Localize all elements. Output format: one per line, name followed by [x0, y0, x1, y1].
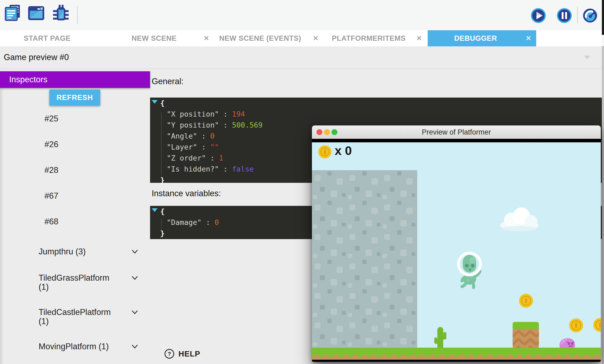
close-icon[interactable]: ✕ — [313, 30, 319, 46]
help-label: HELP — [178, 350, 200, 358]
toolbar-divider — [577, 7, 578, 23]
json-separator: : — [197, 143, 210, 151]
close-icon[interactable]: ✕ — [203, 30, 210, 46]
debugger-target-select[interactable]: Game preview #0 — [4, 46, 69, 68]
question-mark-icon: ? — [164, 348, 175, 359]
cloud — [498, 206, 541, 231]
castle-platform-block — [513, 322, 539, 348]
chevron-down-icon[interactable] — [131, 274, 139, 282]
json-separator: : — [219, 110, 232, 118]
json-separator: : — [202, 218, 215, 226]
preview-window-titlebar[interactable]: Preview of Platformer — [312, 125, 601, 139]
inspector-item-28[interactable]: #28 — [44, 165, 58, 175]
inspector-group-tiledcastleplatform[interactable]: TiledCastlePlatform (1) — [39, 308, 116, 326]
coin-hud-icon — [318, 145, 331, 158]
inspector-group-jumpthru[interactable]: Jumpthru (3) — [39, 247, 116, 256]
json-key: "Is hidden?" — [167, 165, 219, 173]
inspector-group-tiledgrassplatform[interactable]: TiledGrassPlatform (1) — [39, 273, 116, 292]
tab-debugger-label: DEBUGGER — [454, 30, 497, 46]
coin — [519, 294, 533, 308]
json-key: "Angle" — [167, 132, 197, 140]
general-heading: General: — [152, 77, 184, 86]
debugger-bug-icon[interactable] — [52, 4, 70, 22]
inspector-item-67[interactable]: #67 — [44, 191, 58, 201]
ground-zigzag — [312, 353, 601, 358]
coin — [569, 318, 583, 332]
tab-platformeritems[interactable]: PLATFORMERITEMS — [332, 30, 405, 46]
divider — [0, 68, 604, 69]
toolbar-divider — [77, 6, 78, 24]
json-separator: : — [206, 154, 219, 162]
json-key: "Y position" — [167, 121, 219, 129]
close-window-icon[interactable] — [316, 129, 322, 135]
inspector-item-26[interactable]: #26 — [44, 140, 58, 149]
chevron-down-icon[interactable] — [131, 342, 139, 351]
pause-icon[interactable] — [557, 8, 572, 23]
play-icon[interactable] — [531, 8, 546, 23]
chevron-down-icon[interactable] — [131, 247, 139, 256]
coin — [593, 318, 601, 332]
help-button[interactable]: ? HELP — [164, 348, 200, 359]
gdevelop-editor: START PAGE NEW SCENE ✕ NEW SCENE (EVENTS… — [0, 0, 604, 364]
tab-new-scene[interactable]: NEW SCENE — [132, 30, 177, 46]
cactus — [433, 327, 448, 350]
json-value: false — [232, 165, 254, 173]
chevron-down-icon[interactable] — [584, 56, 590, 59]
scrollbar-track[interactable] — [602, 46, 604, 364]
slime-enemy — [558, 337, 577, 348]
json-value: 0 — [210, 132, 215, 140]
close-icon[interactable]: ✕ — [525, 30, 532, 46]
instance-variables-heading: Instance variables: — [152, 189, 221, 198]
new-window-icon[interactable] — [28, 5, 44, 21]
json-key: "Z order" — [167, 154, 206, 162]
tiled-castle-wall — [312, 170, 417, 349]
json-key: "Damage" — [167, 218, 202, 226]
json-separator: : — [219, 121, 232, 129]
close-icon[interactable]: ✕ — [416, 30, 422, 46]
alien-player — [456, 251, 484, 289]
tab-debugger[interactable]: DEBUGGER ✕ — [428, 30, 536, 46]
preview-window-title: Preview of Platformer — [312, 125, 601, 139]
json-value: 0 — [215, 218, 219, 226]
inspector-group-movingplatform[interactable]: MovingPlatform (1) — [39, 342, 116, 351]
tab-new-scene-events[interactable]: NEW SCENE (EVENTS) — [219, 30, 301, 46]
zoom-window-icon[interactable] — [331, 129, 337, 135]
json-value: 500.569 — [232, 121, 263, 129]
refresh-button[interactable]: REFRESH — [49, 90, 100, 106]
svg-text:?: ? — [168, 351, 171, 357]
tab-bar: START PAGE NEW SCENE ✕ NEW SCENE (EVENTS… — [0, 30, 604, 46]
json-key: "Layer" — [167, 143, 197, 151]
project-manager-icon[interactable] — [4, 4, 21, 21]
background-window-edge — [602, 0, 604, 35]
minimize-window-icon[interactable] — [324, 129, 330, 135]
json-value: 1 — [219, 154, 223, 162]
platform-dirt-body — [513, 329, 539, 348]
inspectors-header: Inspectors — [0, 71, 150, 88]
coin-counter: x 0 — [335, 143, 352, 158]
json-row-x-position: "X position" : 194 — [150, 109, 602, 120]
platform-grass-cap — [513, 322, 539, 329]
json-separator: : — [197, 132, 210, 140]
preview-window-bottom-edge — [312, 360, 601, 362]
inspector-item-68[interactable]: #68 — [44, 217, 58, 226]
json-key: "X position" — [167, 110, 219, 118]
ground-grass — [312, 348, 601, 353]
profiler-gauge-icon[interactable] — [583, 8, 597, 23]
json-open-brace: { — [150, 98, 602, 109]
json-separator: : — [219, 165, 232, 173]
preview-letterbox — [312, 139, 601, 142]
sidebar-scroll-shadow — [0, 88, 4, 364]
inspector-item-25[interactable]: #25 — [44, 114, 58, 124]
ground-dirt — [312, 358, 601, 360]
tab-start-page[interactable]: START PAGE — [24, 30, 70, 46]
main-toolbar — [0, 0, 604, 30]
game-canvas: x 0 — [312, 142, 601, 360]
json-value: 194 — [232, 110, 245, 118]
json-value: "" — [210, 143, 219, 151]
background-window-edge — [602, 35, 604, 46]
chevron-down-icon[interactable] — [131, 308, 139, 317]
preview-window[interactable]: Preview of Platformer — [312, 125, 601, 362]
